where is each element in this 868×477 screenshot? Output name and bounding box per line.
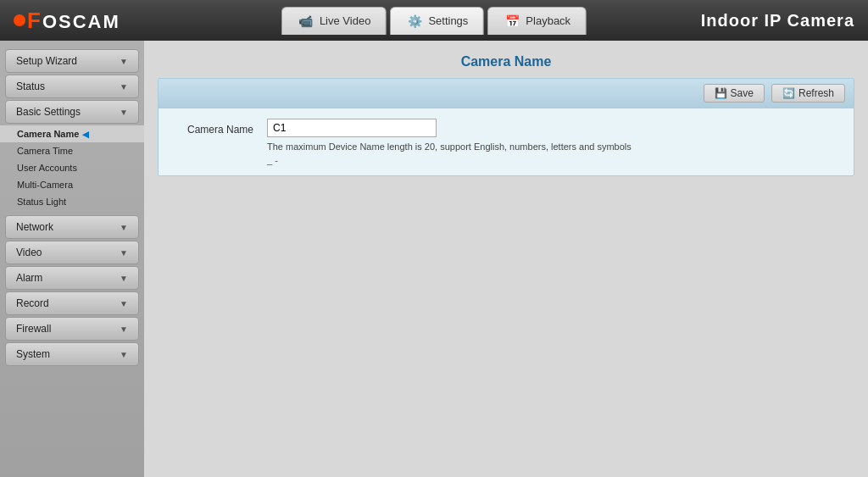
logo: FOSCAM [14, 8, 120, 34]
settings-icon: ⚙️ [406, 13, 423, 30]
tab-playback-label: Playback [526, 14, 570, 27]
sidebar-item-system[interactable]: System ▼ [5, 342, 139, 366]
sidebar-item-status[interactable]: Status ▼ [5, 75, 139, 98]
form-hint-extra: _ - [267, 155, 843, 165]
multi-camera-label: Multi-Camera [17, 180, 73, 190]
active-indicator-icon: ◀ [82, 130, 89, 139]
sidebar-section-setup-wizard: Setup Wizard ▼ [0, 49, 144, 73]
sidebar-item-network[interactable]: Network ▼ [5, 215, 139, 239]
header: FOSCAM 📹 Live Video ⚙️ Settings 📅 Playba… [0, 0, 868, 41]
logo-f: F [27, 8, 42, 33]
content-panel: 💾 Save 🔄 Refresh Camera Name The maximum… [158, 78, 854, 176]
form-field-area: The maximum Device Name length is 20, su… [267, 119, 843, 165]
sidebar-section-network: Network ▼ [0, 215, 144, 239]
sidebar-item-record[interactable]: Record ▼ [5, 291, 139, 315]
sidebar-subitem-camera-name[interactable]: Camera Name ◀ [0, 125, 144, 142]
sidebar-label-status: Status [16, 80, 45, 92]
sidebar-item-basic-settings[interactable]: Basic Settings ▼ [5, 100, 139, 124]
sidebar-subitem-user-accounts[interactable]: User Accounts [0, 159, 144, 176]
chevron-down-icon: ▼ [120, 324, 128, 334]
tab-playback[interactable]: 📅 Playback [487, 7, 587, 35]
panel-body: Camera Name The maximum Device Name leng… [159, 108, 854, 175]
chevron-down-icon: ▼ [120, 350, 128, 359]
chevron-down-icon: ▼ [120, 82, 128, 92]
refresh-button[interactable]: 🔄 Refresh [771, 84, 845, 103]
camera-name-label: Camera Name [17, 129, 79, 139]
sidebar-subitem-status-light[interactable]: Status Light [0, 193, 144, 210]
logo-text: FOSCAM [27, 8, 120, 34]
camera-time-label: Camera Time [17, 146, 73, 156]
nav-tabs: 📹 Live Video ⚙️ Settings 📅 Playback [281, 7, 587, 35]
user-accounts-label: User Accounts [17, 163, 77, 173]
sidebar-section-firewall: Firewall ▼ [0, 317, 144, 341]
sidebar-label-alarm: Alarm [16, 272, 42, 284]
basic-settings-submenu: Camera Name ◀ Camera Time User Accounts … [0, 125, 144, 214]
refresh-icon: 🔄 [782, 87, 795, 99]
content-area: Camera Name 💾 Save 🔄 Refresh Camera Name [144, 41, 868, 477]
sidebar-item-setup-wizard[interactable]: Setup Wizard ▼ [5, 49, 139, 73]
chevron-down-icon: ▼ [120, 223, 128, 232]
sidebar-label-basic-settings: Basic Settings [16, 106, 81, 118]
sidebar-item-alarm[interactable]: Alarm ▼ [5, 266, 139, 290]
chevron-down-icon: ▼ [120, 248, 128, 258]
sidebar-label-setup-wizard: Setup Wizard [16, 55, 77, 67]
sidebar-label-video: Video [16, 247, 42, 258]
sidebar-label-record: Record [16, 297, 49, 309]
sidebar-section-video: Video ▼ [0, 241, 144, 264]
sidebar-label-firewall: Firewall [16, 323, 51, 335]
sidebar-label-network: Network [16, 221, 53, 233]
tab-live-video-label: Live Video [320, 14, 370, 27]
form-label-camera-name: Camera Name [169, 119, 253, 136]
sidebar-item-video[interactable]: Video ▼ [5, 241, 139, 264]
tab-settings[interactable]: ⚙️ Settings [390, 7, 484, 35]
sidebar-subitem-multi-camera[interactable]: Multi-Camera [0, 176, 144, 193]
tab-settings-label: Settings [428, 14, 468, 27]
save-label: Save [731, 87, 754, 99]
sidebar-subitem-camera-time[interactable]: Camera Time [0, 142, 144, 159]
sidebar-section-record: Record ▼ [0, 291, 144, 315]
sidebar-section-alarm: Alarm ▼ [0, 266, 144, 290]
save-icon: 💾 [715, 87, 727, 99]
playback-icon: 📅 [504, 13, 520, 30]
chevron-down-icon: ▼ [120, 274, 128, 283]
save-button[interactable]: 💾 Save [704, 84, 765, 103]
sidebar-section-basic-settings: Basic Settings ▼ Camera Name ◀ Camera Ti… [0, 100, 144, 214]
chevron-down-icon: ▼ [120, 108, 128, 117]
tab-live-video[interactable]: 📹 Live Video [281, 7, 387, 35]
camera-name-input[interactable] [267, 119, 437, 137]
refresh-label: Refresh [798, 87, 834, 99]
main-layout: Setup Wizard ▼ Status ▼ Basic Settings ▼… [0, 41, 868, 477]
sidebar-section-status: Status ▼ [0, 75, 144, 98]
sidebar-label-system: System [16, 348, 50, 360]
form-hint: The maximum Device Name length is 20, su… [267, 141, 843, 153]
page-title: Indoor IP Camera [701, 11, 854, 31]
chevron-down-icon: ▼ [120, 57, 128, 66]
logo-circle-icon [14, 14, 25, 26]
form-row-camera-name: Camera Name The maximum Device Name leng… [169, 119, 843, 165]
panel-toolbar: 💾 Save 🔄 Refresh [159, 79, 854, 108]
status-light-label: Status Light [17, 197, 66, 207]
chevron-down-icon: ▼ [120, 299, 128, 308]
content-title: Camera Name [158, 54, 854, 69]
live-video-icon: 📹 [298, 13, 314, 30]
sidebar: Setup Wizard ▼ Status ▼ Basic Settings ▼… [0, 41, 144, 477]
sidebar-section-system: System ▼ [0, 342, 144, 366]
sidebar-item-firewall[interactable]: Firewall ▼ [5, 317, 139, 341]
